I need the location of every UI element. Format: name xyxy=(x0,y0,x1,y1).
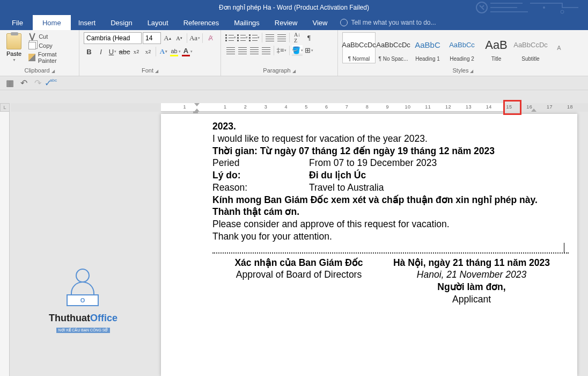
group-styles: AaBbCcDc¶ Normal AaBbCcDc¶ No Spac... Aa… xyxy=(338,30,588,76)
align-center-button[interactable] xyxy=(237,45,248,56)
menubar: File Home Insert Design Layout Reference… xyxy=(0,15,588,30)
vertical-ruler[interactable] xyxy=(0,103,10,376)
watermark-logo: ThuthuatOffice NƠI KẾ CẦU BẠN CÔNG SỞ xyxy=(48,267,118,334)
text-kindly: Kính mong Ban Giám Đốc xem xét và chấp t… xyxy=(212,194,538,205)
superscript-button[interactable]: x2 xyxy=(143,46,153,57)
horizontal-ruler[interactable]: 1123456789101112131415161718 xyxy=(11,103,588,112)
align-left-icon xyxy=(226,47,235,54)
strike-button[interactable]: abc xyxy=(119,46,130,57)
text-effects-button[interactable]: A▾ xyxy=(158,46,169,57)
left-indent-marker[interactable] xyxy=(193,111,198,113)
outdent-icon xyxy=(266,34,274,41)
svg-point-2 xyxy=(543,6,545,9)
tell-me-search[interactable]: Tell me what you want to do... xyxy=(340,19,436,26)
numbering-icon xyxy=(237,34,245,41)
menu-file[interactable]: File xyxy=(2,15,33,30)
style-heading2[interactable]: AaBbCcHeading 2 xyxy=(445,32,479,63)
menu-design[interactable]: Design xyxy=(103,15,139,30)
font-size-combo[interactable]: 14 xyxy=(143,32,161,44)
bullets-icon xyxy=(225,34,233,41)
ribbon: Paste ▼ Cut Copy Format Painter Clipboar… xyxy=(0,30,588,76)
format-painter-button[interactable]: Format Painter xyxy=(27,50,75,64)
menu-mailings[interactable]: Mailings xyxy=(226,15,267,30)
sig-applicant-vn: Người làm đơn, xyxy=(437,281,505,292)
grow-font-button[interactable]: A▴ xyxy=(162,33,173,44)
sig-date: Hanoi, 21 November 2023 xyxy=(385,269,558,281)
style-nospacing[interactable]: AaBbCcDc¶ No Spac... xyxy=(377,32,410,63)
italic-button[interactable]: I xyxy=(95,46,106,57)
styles-gallery[interactable]: AaBbCcDc¶ Normal AaBbCcDc¶ No Spac... Aa… xyxy=(342,32,584,63)
separator-dots xyxy=(212,247,569,254)
show-marks-button[interactable]: ¶ xyxy=(304,32,314,43)
align-center-icon xyxy=(238,47,247,54)
increase-indent-button[interactable] xyxy=(276,32,287,43)
align-left-button[interactable] xyxy=(225,45,236,56)
text-request: I would like to request for vacation of … xyxy=(212,133,569,145)
line-spacing-button[interactable]: ‡≡▾ xyxy=(276,45,287,56)
multilevel-button[interactable]: ▾ xyxy=(249,32,260,43)
qat-mode-button[interactable]: ▦ xyxy=(4,78,15,89)
underline-button[interactable]: U▾ xyxy=(107,46,118,57)
value-reason: Travel to Australia xyxy=(309,182,384,194)
numbering-button[interactable]: ▾ xyxy=(237,32,248,43)
cut-button[interactable]: Cut xyxy=(27,32,75,41)
ruler-corner: L xyxy=(0,103,10,112)
document-body[interactable]: 2023. I would like to request for vacati… xyxy=(161,114,577,306)
spellcheck-button[interactable]: ✓abc xyxy=(46,78,57,89)
decrease-indent-button[interactable] xyxy=(264,32,275,43)
style-subtitle[interactable]: AaBbCcDcSubtitle xyxy=(514,32,547,63)
scissors-icon xyxy=(28,33,36,40)
menu-home[interactable]: Home xyxy=(33,15,71,30)
label-reason: Reason: xyxy=(212,182,309,194)
copy-button[interactable]: Copy xyxy=(27,41,75,50)
value-period: From 07 to 19 December 2023 xyxy=(309,157,437,169)
shrink-font-button[interactable]: A▾ xyxy=(174,33,185,44)
font-name-combo[interactable]: Cambria (Head xyxy=(84,32,142,44)
font-color-button[interactable]: A▾ xyxy=(182,46,193,57)
multilevel-icon xyxy=(249,34,257,41)
menu-layout[interactable]: Layout xyxy=(140,15,176,30)
watermark-figure-icon xyxy=(62,267,105,310)
quick-access-bar: ▦ ↶ ↷ ✓abc xyxy=(0,76,588,90)
first-line-indent-marker[interactable] xyxy=(194,103,200,106)
text-thanks-vn: Thành thật cám ơn. xyxy=(212,206,299,217)
bullets-button[interactable]: ▾ xyxy=(225,32,236,43)
style-title[interactable]: AaBTitle xyxy=(480,32,513,63)
style-normal[interactable]: AaBbCcDc¶ Normal xyxy=(342,32,376,63)
justify-icon xyxy=(262,47,270,54)
menu-review[interactable]: Review xyxy=(267,15,305,30)
text-cursor xyxy=(564,243,564,254)
borders-button[interactable]: ⊞▾ xyxy=(304,45,314,56)
copy-icon xyxy=(28,42,36,49)
right-indent-marker[interactable] xyxy=(531,109,536,112)
text-consider: Please consider and approve of this requ… xyxy=(212,218,569,230)
justify-button[interactable] xyxy=(261,45,271,56)
annotation-highlight xyxy=(503,100,521,115)
svg-point-1 xyxy=(561,10,564,13)
sort-button[interactable]: A↓Z xyxy=(292,32,303,43)
paste-icon xyxy=(6,33,21,49)
document-page[interactable]: 2023. I would like to request for vacati… xyxy=(161,114,577,376)
paste-button[interactable]: Paste ▼ xyxy=(4,32,24,64)
subscript-button[interactable]: x2 xyxy=(131,46,142,57)
group-font: Cambria (Head 14 A▴ A▾ Aa▾ A̷ B I U▾ abc… xyxy=(79,30,221,76)
menu-view[interactable]: View xyxy=(305,15,335,30)
change-case-button[interactable]: Aa▾ xyxy=(189,33,200,44)
style-heading1[interactable]: AaBbCHeading 1 xyxy=(411,32,444,63)
workspace: L 1123456789101112131415161718 2023. I w… xyxy=(0,90,588,376)
redo-button[interactable]: ↷ xyxy=(32,78,43,89)
group-clipboard: Paste ▼ Cut Copy Format Painter Clipboar… xyxy=(0,30,79,76)
shading-button[interactable]: 🪣▾ xyxy=(292,45,303,56)
clear-format-button[interactable]: A̷ xyxy=(205,33,216,44)
text-year: 2023. xyxy=(212,121,236,132)
style-more[interactable]: A xyxy=(548,32,570,63)
bold-button[interactable]: B xyxy=(84,46,94,57)
menu-references[interactable]: References xyxy=(176,15,226,30)
sig-date-vn: Hà Nội, ngày 21 tháng 11 năm 2023 xyxy=(393,257,550,268)
title-decoration xyxy=(466,0,584,15)
sig-applicant: Applicant xyxy=(385,293,558,306)
highlight-button[interactable]: ab▾ xyxy=(170,46,181,57)
menu-insert[interactable]: Insert xyxy=(71,15,104,30)
undo-button[interactable]: ↶ xyxy=(18,78,29,89)
align-right-button[interactable] xyxy=(249,45,260,56)
